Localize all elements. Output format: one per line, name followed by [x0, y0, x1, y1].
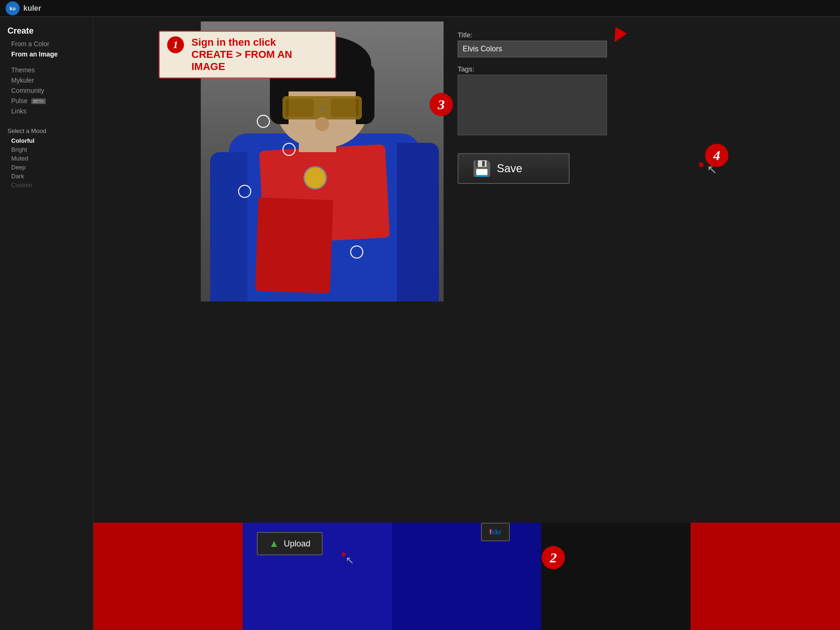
title-label: Title:	[458, 31, 691, 39]
cursor-icon-2: ↖	[346, 554, 354, 567]
step3-circle: 3	[430, 93, 453, 116]
create-heading: Create	[7, 26, 85, 36]
color-picker-1[interactable]	[257, 115, 270, 128]
step3-area: 3 Tags:	[458, 65, 691, 137]
mood-bright[interactable]: Bright	[7, 145, 85, 154]
sidebar-item-mykuler[interactable]: Mykuler	[7, 75, 85, 85]
app-name: kuler	[23, 4, 41, 13]
content-area: 1 Sign in then click CREATE > FROM AN IM…	[93, 17, 840, 630]
sidebar-item-from-color[interactable]: From a Color	[7, 39, 85, 49]
spark-4: ✱	[698, 161, 704, 169]
beta-badge: BETA	[31, 98, 46, 104]
color-picker-4[interactable]	[350, 245, 363, 259]
upload-button[interactable]: ▲ Upload	[257, 532, 323, 555]
tags-field-area: Tags:	[458, 65, 691, 137]
step2-area: ↖ ✱ 2	[346, 554, 354, 565]
save-button[interactable]: 💾 Save	[458, 153, 570, 184]
swatch-1[interactable]	[93, 523, 243, 630]
top-bar: ku kuler	[0, 0, 840, 17]
cursor-icon-4: ↖	[707, 162, 717, 177]
save-area: 💾 Save ✱ ↖ 4	[458, 153, 691, 184]
flickr-button[interactable]: fckr	[481, 523, 510, 541]
instruction-line1: Sign in then click	[191, 36, 276, 48]
step1-circle: 1	[167, 36, 184, 53]
flickr-text: ckr	[492, 528, 501, 536]
mood-deep[interactable]: Deep	[7, 163, 85, 172]
mood-custom: Custom	[7, 181, 85, 189]
save-label: Save	[497, 162, 522, 175]
sidebar-item-themes[interactable]: Themes	[7, 65, 85, 75]
swatch-5[interactable]	[691, 523, 840, 630]
swatch-4[interactable]	[541, 523, 691, 630]
upload-label: Upload	[284, 539, 311, 549]
upload-arrow-icon: ▲	[269, 538, 279, 550]
color-swatches	[93, 523, 840, 630]
instruction-line2: CREATE > FROM AN IMAGE	[191, 49, 292, 72]
spark-2: ✱	[341, 551, 346, 558]
mood-muted[interactable]: Muted	[7, 154, 85, 163]
right-panel: ▼ Title: 3 Tags:	[444, 17, 705, 523]
tags-textarea[interactable]	[458, 75, 607, 135]
sidebar-item-links[interactable]: Links	[7, 106, 85, 116]
instruction-bubble: 1 Sign in then click CREATE > FROM AN IM…	[159, 31, 336, 78]
title-input[interactable]	[458, 41, 607, 57]
main-layout: Create From a Color From an Image Themes…	[0, 17, 840, 630]
save-disk-icon: 💾	[473, 160, 491, 177]
step2-circle: 2	[542, 546, 565, 569]
upper-content: 1 Sign in then click CREATE > FROM AN IM…	[93, 17, 840, 523]
color-picker-3[interactable]	[238, 185, 251, 198]
step4-area: ✱ ↖ 4	[705, 144, 728, 167]
sidebar-item-from-image[interactable]: From an Image	[7, 49, 85, 59]
upload-controls: ▲ Upload fckr	[257, 532, 323, 555]
mood-colorful[interactable]: Colorful	[7, 136, 85, 145]
logo-icon: ku	[6, 1, 20, 15]
tags-label: Tags:	[458, 65, 691, 73]
sidebar-item-pulse[interactable]: Pulse BETA	[7, 96, 85, 106]
select-mood-label: Select a Mood	[7, 127, 85, 134]
mood-dark[interactable]: Dark	[7, 172, 85, 181]
color-picker-2[interactable]	[282, 143, 296, 156]
swatch-3[interactable]	[392, 523, 542, 630]
sidebar: Create From a Color From an Image Themes…	[0, 17, 93, 630]
sidebar-item-community[interactable]: Community	[7, 85, 85, 96]
